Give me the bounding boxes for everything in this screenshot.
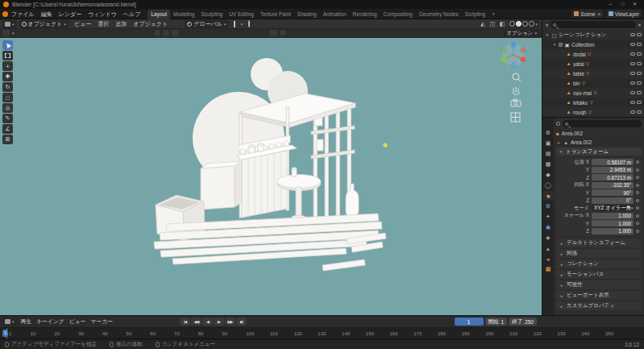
snap-dropdown-arrow-icon[interactable]: ▾	[241, 22, 243, 27]
transform-field[interactable]: 1.000	[592, 228, 634, 235]
outliner-row[interactable]: ✓ ▲ oyo-mai ▽	[542, 88, 644, 98]
proportional-edit-icon[interactable]	[245, 20, 252, 28]
frame-ruler[interactable]: 1102030405060708090100110120130140150160…	[0, 327, 644, 339]
properties-tab-view-layer[interactable]: ▦	[542, 160, 554, 169]
menu-item[interactable]: ビュー	[67, 316, 89, 327]
render-visibility-icon[interactable]	[637, 62, 642, 65]
tool-option-icon-4[interactable]	[270, 30, 277, 36]
disclosure-icon[interactable]: ▾	[545, 32, 550, 37]
minimize-button[interactable]: ─	[605, 0, 617, 9]
jump-start-button[interactable]: |◀	[180, 318, 190, 326]
viewlayer-selector[interactable]: ViewLayer	[606, 10, 642, 18]
shading-dropdown-arrow-icon[interactable]: ▾	[535, 22, 538, 27]
show-overlays-icon[interactable]: ◫	[488, 20, 496, 28]
shading-solid-icon[interactable]	[516, 21, 521, 27]
property-section-header[interactable]: ▸ 可視性	[556, 280, 642, 289]
tab-modeling[interactable]: Modeling	[170, 10, 197, 19]
name-disclosure-icon[interactable]: ▾	[556, 140, 561, 145]
tab-uv-editing[interactable]: UV Editing	[226, 10, 257, 19]
tool-option-icon-2[interactable]	[163, 30, 169, 36]
tab-geometry-nodes[interactable]: Geometry Nodes	[416, 10, 462, 19]
transform-field[interactable]: 0.87213 m	[592, 174, 634, 181]
tool-move[interactable]: ✚	[2, 72, 13, 81]
animate-dot-icon[interactable]	[636, 184, 639, 187]
properties-tab-constraints[interactable]: ◈	[542, 233, 554, 243]
blender-menu-icon[interactable]	[2, 11, 8, 17]
outliner-row[interactable]: ✓ ▲ kitaiku ▽	[542, 98, 644, 107]
tab-compositing[interactable]: Compositing	[380, 10, 416, 19]
mode-dropdown[interactable]: オブジェクト ▾	[19, 20, 69, 28]
outliner-row[interactable]: ✓ ▲ bin ▽	[542, 78, 644, 88]
xray-toggle-icon[interactable]: ◧	[498, 20, 505, 28]
property-section-header[interactable]: ▸ コレクション	[556, 260, 642, 268]
hide-eye-icon[interactable]	[630, 62, 635, 65]
hide-eye-icon[interactable]	[630, 101, 635, 104]
properties-tab-physics[interactable]: ◉	[542, 222, 554, 232]
tool-measure[interactable]: ∠	[2, 124, 13, 134]
menu-item[interactable]: レンダー	[56, 9, 85, 19]
property-section-header[interactable]: ▸ デルタトランスフォーム	[556, 239, 642, 247]
tool-rotate[interactable]: ↻	[2, 82, 13, 92]
shading-rendered-icon[interactable]	[529, 21, 534, 27]
tool-dropdown-arrow-icon[interactable]: ▾	[12, 31, 15, 35]
tool-scale[interactable]: □	[2, 93, 13, 102]
properties-tab-object[interactable]: ■	[542, 191, 554, 201]
menu-item[interactable]: 編集	[38, 9, 56, 19]
properties-tab-modifiers[interactable]: ⚙	[542, 202, 554, 211]
menu-item[interactable]: マーカー	[88, 316, 115, 327]
transform-field[interactable]: XYZ オイラー角 ▾	[592, 205, 634, 211]
animate-dot-icon[interactable]	[636, 168, 639, 172]
tab-texture-paint[interactable]: Texture Paint	[257, 10, 294, 19]
outliner-search[interactable]	[551, 21, 636, 28]
collection-checkbox[interactable]: ✓	[559, 43, 563, 47]
property-section-header[interactable]: ▸ モーションパス	[556, 270, 642, 279]
shading-wireframe-icon[interactable]	[509, 21, 515, 27]
maximize-button[interactable]: □	[617, 0, 629, 9]
active-tool-icon[interactable]	[2, 30, 10, 36]
properties-tab-object-data[interactable]: ▲	[542, 243, 554, 253]
properties-tab-tool[interactable]: ⚙	[542, 128, 554, 138]
outliner-row[interactable]: ✓ ▲ dodai ▽	[542, 49, 644, 59]
tool-option-icon-5[interactable]	[280, 30, 286, 36]
properties-tab-render[interactable]: ▣	[542, 139, 554, 148]
tab-sculpting[interactable]: Sculpting	[197, 10, 226, 19]
zoom-icon[interactable]	[513, 73, 521, 81]
hide-eye-icon[interactable]	[630, 72, 635, 75]
pin-icon[interactable]	[556, 122, 560, 126]
editor-type-dropdown[interactable]: ▾	[2, 20, 17, 28]
property-section-header[interactable]: ▸ カスタムプロパティ	[556, 301, 642, 310]
animate-dot-icon[interactable]	[636, 199, 639, 202]
render-visibility-icon[interactable]	[637, 101, 642, 104]
animate-dot-icon[interactable]	[636, 191, 639, 194]
menu-item[interactable]: 選択	[94, 19, 112, 29]
menu-item[interactable]: キーイング	[34, 316, 67, 327]
render-visibility-icon[interactable]	[637, 91, 642, 94]
navigation-gizmo[interactable]	[501, 42, 526, 67]
next-keyframe-button[interactable]: ▶▶	[225, 318, 235, 326]
outliner-search-input[interactable]	[558, 23, 634, 27]
hide-eye-icon[interactable]	[630, 110, 635, 114]
tab-add-workspace[interactable]: +	[488, 10, 498, 19]
animate-dot-icon[interactable]	[636, 160, 639, 164]
scene-unlink-icon[interactable]: ✕	[597, 11, 601, 17]
properties-search[interactable]	[563, 120, 642, 127]
tool-cursor-3d[interactable]: +	[2, 61, 13, 71]
tool-transform[interactable]: ◎	[2, 103, 13, 113]
render-visibility-icon[interactable]	[637, 43, 642, 46]
scene-selector[interactable]: Scene ✕	[571, 10, 603, 18]
frame-end-field[interactable]: 終了 250	[509, 318, 537, 326]
hide-eye-icon[interactable]	[630, 52, 635, 56]
transform-panel-header[interactable]: ▾ トランスフォーム	[556, 147, 642, 156]
tab-rendering[interactable]: Rendering	[350, 10, 380, 19]
properties-tab-texture[interactable]: ▩	[542, 264, 554, 274]
transform-field[interactable]: 0°	[592, 197, 634, 204]
playhead-badge[interactable]: 1	[2, 330, 8, 337]
menu-item[interactable]: ヘルプ	[120, 9, 144, 19]
hide-eye-icon[interactable]	[630, 33, 635, 36]
tool-tweak-select[interactable]	[2, 40, 13, 50]
tab-animation[interactable]: Animation	[320, 10, 350, 19]
tool-add-cube[interactable]: ⊞	[2, 135, 13, 144]
render-visibility-icon[interactable]	[637, 72, 642, 75]
close-button[interactable]: ✕	[629, 0, 641, 9]
outliner-row[interactable]: ✓ ▲ rough ▽	[542, 107, 644, 117]
